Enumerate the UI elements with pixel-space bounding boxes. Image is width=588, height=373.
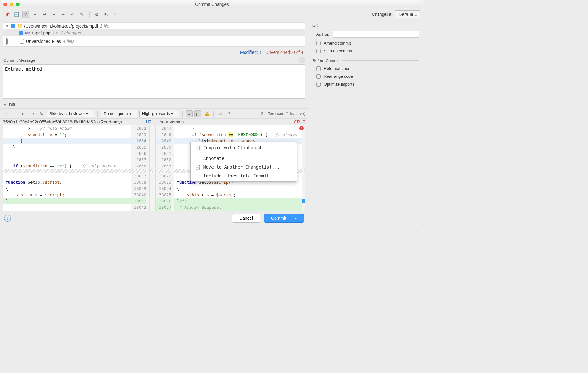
changelist-select[interactable]: Default ⌃⌄ (395, 10, 420, 18)
minus-icon[interactable]: − (50, 11, 57, 18)
commit-dropdown-icon[interactable]: ▾ (292, 216, 297, 221)
tree-root-path: /Users/maxim.kolmakov/projects/mpdf (24, 24, 98, 29)
refresh-icon[interactable]: 🔄 (13, 11, 20, 18)
context-menu: 📋 Compare with Clipboard Annotate 📑 Move… (190, 142, 297, 182)
undo-icon[interactable]: ↶ (69, 11, 76, 18)
author-input[interactable] (333, 31, 419, 38)
clipboard-icon: 📋 (195, 145, 200, 150)
diff-settings-icon[interactable]: ⚙ (217, 110, 224, 117)
main-toolbar: 📌 🔄 ? + ↩ − ≣ ↶ ✎ ⚙ ⇱ ⇲ Changelist: Defa… (0, 8, 424, 20)
diff-pane[interactable]: ! } // *CSS-PAGE* $condition = ''; } } i… (3, 125, 305, 211)
commit-message-label: Commit Message (3, 58, 35, 63)
move-icon: 📑 (195, 165, 200, 170)
viewer-mode-select[interactable]: Side-by-side viewer ▾ (47, 110, 94, 117)
tree-file-row[interactable]: − php mpdf.php 1 of 2 changes (3, 29, 305, 36)
optimize-label: Optimize imports (324, 82, 354, 87)
tree-root-suffix: 1 file (100, 24, 110, 29)
tree-unversioned-row[interactable]: Unversioned Files 4 files (3, 36, 305, 46)
right-panel: Git Author: Amend commit Sign-off commit… (308, 20, 424, 225)
checkbox[interactable] (20, 39, 24, 44)
commit-message-input[interactable] (3, 64, 305, 99)
signoff-checkbox-row[interactable]: Sign-off commit (316, 49, 419, 53)
checkbox[interactable] (316, 74, 321, 79)
tree-file-suffix: 1 of 2 changes (52, 30, 81, 35)
status-bar: Modified: 1 Unversioned: 0 of 4 (0, 49, 308, 56)
expand-icon[interactable] (6, 37, 18, 45)
diff-version-header: 3540b1e30b4b92e055afae59b8018d8ddf0d462a… (0, 119, 308, 125)
right-gutter: 2647 2648 2649 2650 2651 2652 2653 38022… (156, 125, 174, 211)
amend-checkbox-row[interactable]: Amend commit (316, 41, 419, 45)
git-section: Git (312, 23, 419, 28)
help-action-icon[interactable]: ? (22, 11, 29, 18)
menu-include-lines[interactable]: Include Lines into Commit (191, 171, 297, 180)
diff-label: Diff (9, 102, 15, 107)
collapse-unchanged-icon[interactable]: ≡ (186, 110, 193, 117)
next-diff-icon[interactable]: ↓ (12, 110, 18, 117)
checkbox[interactable] (316, 82, 321, 87)
menu-annotate[interactable]: Annotate (191, 154, 297, 163)
php-icon: php (25, 31, 30, 34)
left-code: } // *CSS-PAGE* $condition = ''; } } if … (3, 125, 131, 211)
diff-divider (149, 125, 156, 211)
checkbox[interactable] (316, 41, 321, 45)
rearrange-label: Rearrange code (324, 74, 353, 79)
unversioned-suffix: 4 files (63, 39, 75, 44)
unversioned-label: Unversioned Files (26, 39, 61, 44)
rollback-icon[interactable]: ↩ (41, 11, 48, 18)
changes-tree[interactable]: − 📁 /Users/maxim.kolmakov/projects/mpdf … (3, 22, 305, 47)
left-gutter: 2662 2663 2664 2665 2666 2667 2668 38037… (131, 125, 149, 211)
history-icon[interactable] (299, 57, 305, 63)
changelist-label: Changelist: (372, 12, 392, 17)
sync-scroll-icon[interactable]: ⫿⫿ (194, 110, 201, 117)
jump-to-file-icon[interactable]: ⇥ (29, 110, 36, 117)
edit-diff-icon[interactable]: ✎ (38, 110, 45, 117)
author-label: Author: (316, 32, 329, 37)
plus-icon[interactable]: + (32, 11, 39, 18)
lock-icon[interactable]: 🔒 (203, 110, 210, 117)
amend-label: Amend commit (324, 41, 351, 45)
right-code: } if ($condition == 'NEXT-ODD') { // alw… (174, 125, 302, 211)
pin-icon[interactable]: 📌 (3, 11, 10, 18)
group-icon[interactable]: ≣ (60, 11, 67, 18)
window-title: Commit Changes (195, 2, 229, 7)
line-checkbox[interactable] (302, 199, 305, 203)
menu-compare-clipboard[interactable]: 📋 Compare with Clipboard (191, 143, 297, 152)
checkbox[interactable]: − (19, 31, 23, 35)
edit-icon[interactable]: ✎ (79, 11, 85, 18)
cancel-button[interactable]: Cancel (232, 214, 260, 223)
diff-right-encoding[interactable]: CRLF (294, 119, 305, 124)
commit-message-header: Commit Message (0, 56, 308, 64)
help-button[interactable]: ? (4, 215, 11, 222)
gear-icon[interactable]: ⚙ (93, 11, 100, 18)
maximize-window-button[interactable] (16, 3, 20, 6)
folder-icon: 📁 (17, 24, 22, 29)
dialog-footer: ? Cancel Commit ▾ (0, 211, 308, 225)
checkbox[interactable]: − (11, 24, 15, 28)
diff-toolbar: ↑ ↓ ⇤ ⇥ ✎ Side-by-side viewer ▾ Do not i… (0, 108, 308, 119)
prev-diff-icon[interactable]: ↑ (3, 110, 10, 117)
ignore-select[interactable]: Do not ignore ▾ (101, 110, 137, 117)
optimize-checkbox-row[interactable]: Optimize imports (316, 82, 419, 87)
highlight-select[interactable]: Highlight words ▾ (139, 110, 179, 117)
menu-move-changelist[interactable]: 📑 Move to Another Changelist... (191, 163, 297, 171)
help-icon[interactable]: ? (225, 110, 232, 117)
diff-header-section: Diff (0, 101, 308, 108)
before-commit-section: Before Commit (312, 58, 419, 63)
checkbox[interactable] (316, 49, 321, 53)
reformat-checkbox-row[interactable]: Reformat code (316, 66, 419, 71)
collapse-all-icon[interactable]: ⇲ (112, 11, 119, 18)
expand-icon[interactable] (6, 25, 9, 27)
tree-root-row[interactable]: − 📁 /Users/maxim.kolmakov/projects/mpdf … (3, 23, 305, 29)
modified-status: Modified: 1 (240, 50, 261, 55)
diff-left-encoding[interactable]: LF (146, 119, 151, 124)
expand-icon[interactable] (3, 104, 7, 106)
expand-all-icon[interactable]: ⇱ (103, 11, 110, 18)
minimize-window-button[interactable] (10, 3, 13, 6)
rearrange-checkbox-row[interactable]: Rearrange code (316, 74, 419, 79)
diff-left-title: 3540b1e30b4b92e055afae59b8018d8ddf0d462a… (3, 119, 137, 124)
checkbox[interactable] (316, 66, 321, 71)
jump-to-source-icon[interactable]: ⇤ (20, 110, 27, 117)
line-checkbox[interactable] (302, 139, 305, 143)
close-window-button[interactable] (3, 3, 7, 6)
commit-button[interactable]: Commit ▾ (264, 214, 304, 223)
